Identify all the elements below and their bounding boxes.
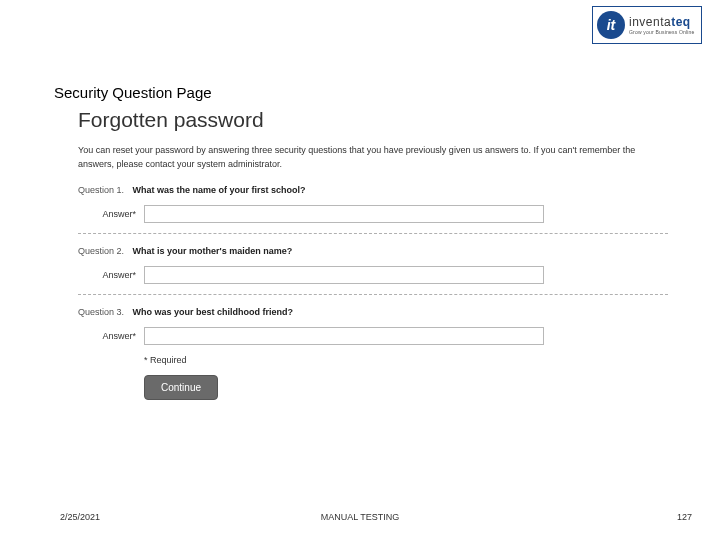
answer-input-2[interactable] [144,266,544,284]
slide-footer: 2/25/2021 MANUAL TESTING 127 [0,512,720,522]
answer-row: Answer* [78,205,668,223]
footer-date: 2/25/2021 [60,512,100,522]
divider [78,233,668,234]
required-note: * Required [144,355,668,365]
question-block-2: Question 2. What is your mother's maiden… [78,246,668,284]
question-text: Who was your best childhood friend? [133,307,294,317]
answer-input-1[interactable] [144,205,544,223]
form-heading: Forgotten password [78,108,668,132]
question-text: What is your mother's maiden name? [133,246,293,256]
question-block-3: Question 3. Who was your best childhood … [78,307,668,345]
answer-label: Answer* [78,270,144,280]
answer-row: Answer* [78,327,668,345]
logo-brand: inventateq [629,15,695,29]
question-line: Question 1. What was the name of your fi… [78,185,668,195]
question-label: Question 1. [78,185,124,195]
form-screenshot: Forgotten password You can reset your pa… [78,108,668,400]
answer-label: Answer* [78,331,144,341]
question-text: What was the name of your first school? [133,185,306,195]
divider [78,294,668,295]
brand-logo: it inventateq Grow your Business Online [592,6,702,44]
logo-mark-text: it [607,17,616,33]
continue-button[interactable]: Continue [144,375,218,400]
slide-title: Security Question Page [54,84,212,101]
answer-row: Answer* [78,266,668,284]
logo-tagline: Grow your Business Online [629,29,695,35]
answer-label: Answer* [78,209,144,219]
question-label: Question 3. [78,307,124,317]
logo-mark-icon: it [597,11,625,39]
logo-text: inventateq Grow your Business Online [629,15,695,35]
answer-input-3[interactable] [144,327,544,345]
question-block-1: Question 1. What was the name of your fi… [78,185,668,223]
logo-brand-suffix: teq [671,15,691,29]
question-line: Question 3. Who was your best childhood … [78,307,668,317]
footer-title: MANUAL TESTING [321,512,400,522]
question-label: Question 2. [78,246,124,256]
continue-button-label: Continue [161,382,201,393]
footer-page-number: 127 [677,512,692,522]
form-description: You can reset your password by answering… [78,144,668,171]
question-line: Question 2. What is your mother's maiden… [78,246,668,256]
logo-brand-prefix: inventa [629,15,671,29]
